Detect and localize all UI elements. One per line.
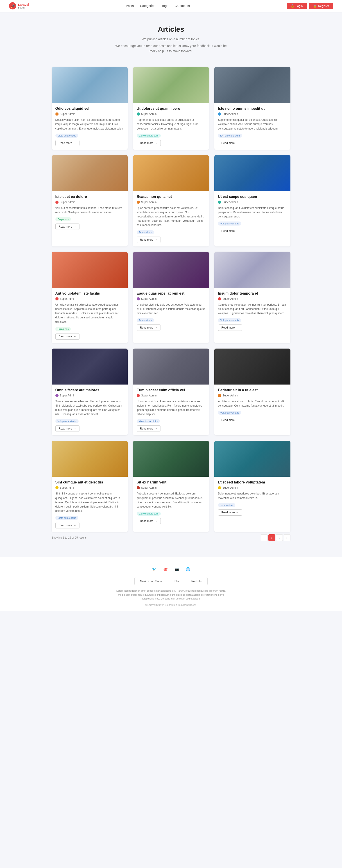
article-author: Super Admin <box>218 297 287 301</box>
footer-description: Lorem ipsum dolor sit amet consectetur a… <box>115 589 227 601</box>
register-button[interactable]: 🔒 Register <box>309 3 333 9</box>
article-image <box>215 67 290 103</box>
article-title: Omnis facere aut maiores <box>55 388 124 392</box>
article-text: Debitis veniam ullam nam ea quis beatae … <box>55 118 124 131</box>
arrow-icon: → <box>74 225 76 228</box>
hero-section: Articles We publish articles on a number… <box>0 12 342 63</box>
article-body: Eum placeat enim officia vel Super Admin… <box>133 384 209 436</box>
read-more-button[interactable]: Read more → <box>218 228 242 234</box>
instagram-icon[interactable]: 📷 <box>173 566 180 572</box>
read-more-button[interactable]: Read more → <box>55 223 80 230</box>
read-more-button[interactable]: Read more → <box>55 522 80 528</box>
article-image <box>215 155 290 191</box>
article-author: Super Admin <box>55 297 124 301</box>
read-more-label: Read more <box>140 326 153 329</box>
read-more-label: Read more <box>59 225 72 228</box>
read-more-label: Read more <box>221 142 235 145</box>
read-more-button[interactable]: Read more → <box>137 426 161 432</box>
read-more-button[interactable]: Read more → <box>55 140 80 146</box>
article-title: Aut voluptatem iste facilis <box>55 291 124 296</box>
article-body: Ut est saepe eos quam Super Admin Dolor … <box>215 191 290 238</box>
article-text: Quas corporis praesentium dolor est volu… <box>137 206 205 227</box>
article-text: Ut nulla veritatis sit adipisci beatae e… <box>55 303 124 324</box>
article-author: Super Admin <box>137 113 205 116</box>
article-body: Ut dolores ut quam libero Super Admin Re… <box>133 103 209 150</box>
author-name: Super Admin <box>223 113 238 116</box>
author-name: Super Admin <box>60 297 76 301</box>
read-more-label: Read more <box>221 511 235 514</box>
nav-comments[interactable]: Comments <box>174 4 190 8</box>
github-icon[interactable]: 🐙 <box>162 566 169 572</box>
article-text: Ut qui est distinctio quis eos est eaque… <box>137 303 205 316</box>
author-name: Super Admin <box>223 394 238 397</box>
auth-buttons: 🔓 Login 🔒 Register <box>287 3 333 9</box>
author-avatar <box>55 113 59 116</box>
page-2-button[interactable]: 2 <box>276 534 283 541</box>
article-card: Beatae non qui amet Super Admin Quas cor… <box>133 155 209 246</box>
article-tag: Voluptas veritatis <box>218 411 241 415</box>
next-page-button[interactable]: › <box>284 534 290 541</box>
read-more-label: Read more <box>59 427 72 430</box>
hero-description: We encourage you to read our posts and l… <box>115 43 227 54</box>
article-tag: Voluptas veritatis <box>218 221 241 225</box>
article-author: Super Admin <box>137 297 205 301</box>
arrow-icon: → <box>236 418 239 422</box>
article-title: Iste et et ea dolore <box>55 195 124 199</box>
article-card: Iste nemo omnis impedit ut Super Admin S… <box>215 67 290 150</box>
login-button[interactable]: 🔓 Login <box>287 3 307 9</box>
article-author: Super Admin <box>55 200 124 204</box>
author-name: Super Admin <box>141 200 157 204</box>
globe-icon[interactable]: 🌐 <box>184 566 191 572</box>
arrow-icon: → <box>74 335 76 338</box>
read-more-button[interactable]: Read more → <box>137 140 161 146</box>
article-author: Super Admin <box>55 394 124 397</box>
nav-categories[interactable]: Categories <box>140 4 155 8</box>
footer-blog-link[interactable]: Blog <box>169 577 186 585</box>
read-more-button[interactable]: Read more → <box>55 333 80 340</box>
twitter-icon[interactable]: 🐦 <box>151 566 158 572</box>
article-tag: Ex reiciendis eum <box>137 133 161 137</box>
read-more-button[interactable]: Read more → <box>218 324 242 331</box>
article-author: Super Admin <box>218 200 287 204</box>
brand[interactable]: 🚀 Laravel Starter <box>9 2 29 9</box>
article-card: Sit ex harum velit Super Admin Aut culpa… <box>133 441 209 532</box>
read-more-button[interactable]: Read more → <box>137 237 161 243</box>
nav-posts[interactable]: Posts <box>126 4 134 8</box>
article-tag: Culpa eos <box>55 327 71 331</box>
read-more-button[interactable]: Read more → <box>218 140 242 146</box>
article-title: Sint cumque aut et delectus <box>55 480 124 484</box>
author-avatar <box>218 113 221 116</box>
article-card: Omnis facere aut maiores Super Admin Sol… <box>52 348 127 436</box>
article-body: Sit ex harum velit Super Admin Aut culpa… <box>133 477 209 528</box>
author-name: Super Admin <box>60 113 76 116</box>
footer-author-link[interactable]: Nasir Khan Saikat <box>135 577 169 585</box>
read-more-button[interactable]: Read more → <box>218 509 242 516</box>
read-more-button[interactable]: Read more → <box>55 426 80 432</box>
article-tag: Ex reiciendis eum <box>137 512 161 516</box>
article-body: Iste nemo omnis impedit ut Super Admin S… <box>215 103 290 150</box>
author-name: Super Admin <box>60 486 76 489</box>
nav-tags[interactable]: Tags <box>162 4 168 8</box>
page-1-button[interactable]: 1 <box>268 534 275 541</box>
article-title: Pariatur sit in a ut a est <box>218 388 287 392</box>
footer-copyright: © Laravel Starter. Built with ♥ from Ban… <box>4 603 338 606</box>
article-body: Eaque quas repellat rem est Super Admin … <box>133 288 209 335</box>
article-card: Ut dolores ut quam libero Super Admin Re… <box>133 67 209 150</box>
article-card: Odio eos aliquid vel Super Admin Debitis… <box>52 67 127 150</box>
article-author: Super Admin <box>218 486 287 489</box>
article-card: Et et sed labore voluptatem Super Admin … <box>215 441 290 532</box>
article-author: Super Admin <box>55 486 124 489</box>
article-title: Ut est saepe eos quam <box>218 195 287 199</box>
articles-container: Odio eos aliquid vel Super Admin Debitis… <box>47 63 295 557</box>
article-image <box>52 348 127 384</box>
article-tag: Culpa eos <box>55 217 71 221</box>
article-text: Sapiente omnis quasi qui doloribus. Cupi… <box>218 118 287 131</box>
read-more-button[interactable]: Read more → <box>137 324 161 331</box>
footer-portfolio-link[interactable]: Portfolio <box>186 577 207 585</box>
article-image <box>133 252 209 288</box>
read-more-button[interactable]: Read more → <box>218 417 242 423</box>
read-more-button[interactable]: Read more → <box>137 518 161 524</box>
prev-page-button[interactable]: ‹ <box>261 534 267 541</box>
arrow-icon: → <box>236 326 239 329</box>
author-name: Super Admin <box>60 394 76 397</box>
